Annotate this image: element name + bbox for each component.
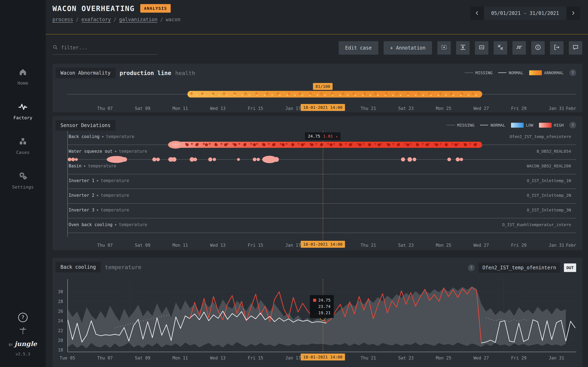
tab-wacon-abnormality[interactable]: Wacon Abnormality	[56, 68, 116, 78]
sidebar-footer: ? BY jungle v2.5.3	[0, 313, 46, 356]
sensor-id: O_IST_Inlettemp_1N	[527, 178, 571, 183]
timeline-track	[67, 174, 576, 174]
by-label: BY	[9, 343, 13, 347]
tab-sensor-deviations[interactable]: Sensor Deviations	[56, 120, 116, 131]
snapshot-button[interactable]	[437, 41, 451, 55]
sensor-row[interactable]: Inverter 2temperatureO_IST_Inlettemp_2N	[52, 193, 582, 207]
axis-tick: Fri 29	[511, 243, 527, 248]
deviations-legend: MISSING NORMAL LOW HIGH ?	[447, 122, 576, 128]
help-icon[interactable]: ?	[570, 69, 576, 76]
export-button[interactable]	[550, 41, 563, 55]
axis-tick: Thu 07	[97, 243, 113, 248]
sensor-track	[67, 200, 576, 208]
cursor-time-badge[interactable]: 18-01-2021 14:00	[301, 104, 345, 111]
timeline-track	[67, 203, 576, 204]
sensor-row[interactable]: Oven back coolingtemperatureO_IST_Kuehlt…	[52, 222, 582, 237]
comments-button[interactable]	[569, 41, 582, 55]
sensor-row-label: Back coolingtemperature	[69, 134, 134, 139]
filter-input[interactable]	[61, 45, 158, 50]
timeline-track	[67, 189, 576, 189]
tab-back-cooling[interactable]: Back cooling	[56, 262, 101, 272]
sidebar-item-factory[interactable]: Factory	[0, 102, 46, 120]
breadcrumb-current: wacon	[166, 17, 181, 22]
info-button[interactable]	[531, 41, 545, 55]
sensor-row-label: Inverter 1temperature	[69, 178, 129, 183]
axis-tick: Wed 13	[210, 243, 226, 248]
axis-tick: Mon 25	[436, 106, 451, 111]
deviation-event	[152, 157, 156, 161]
signal-steps-icon	[516, 44, 522, 52]
sidebar-item-home[interactable]: Home	[0, 67, 46, 86]
deviation-event	[401, 157, 405, 161]
chevron-left-icon	[475, 10, 480, 16]
abnormality-bar[interactable]	[187, 91, 483, 98]
legend-normal: NORMAL	[480, 123, 505, 128]
edit-case-button[interactable]: Edit case	[339, 41, 378, 55]
sidebar-item-cases[interactable]: Cases	[0, 137, 46, 155]
compress-view-button[interactable]	[494, 41, 507, 55]
axis-tick: Fri 15	[248, 106, 263, 111]
detail-axis: Tue 05Thu 07Sat 09Mon 11Wed 13Fri 15Jan …	[67, 353, 576, 362]
missing-swatch	[465, 72, 473, 73]
sensor-row[interactable]: Water squeeze outtemperatureB_DB52_REAL8…	[52, 149, 582, 163]
sensor-id: O_IST_Kuehltemperatur_intern	[502, 222, 571, 227]
sidebar: Home Factory Cases	[0, 0, 46, 367]
breadcrumb-link[interactable]: process	[52, 17, 73, 22]
deviation-event	[156, 158, 160, 161]
sensor-track	[67, 185, 576, 193]
sidebar-item-label: Cases	[16, 150, 30, 155]
deviation-event	[213, 158, 216, 161]
axis-tick: Wed 27	[474, 356, 489, 360]
temperature-chart[interactable]	[68, 279, 576, 352]
home-icon	[18, 67, 27, 78]
sidebar-item-label: Home	[17, 81, 28, 86]
next-period-button[interactable]	[566, 7, 580, 20]
date-range-value[interactable]: 05/01/2021 - 31/01/2021	[484, 10, 566, 16]
sensor-row[interactable]: Back coolingtemperatureOfen2_IST_temp_of…	[52, 134, 582, 149]
high-swatch	[539, 123, 552, 128]
separator-dot	[115, 151, 116, 152]
filter-field	[52, 41, 158, 55]
abnormality-title: production line	[120, 70, 171, 76]
row-height-button[interactable]	[456, 41, 470, 55]
breadcrumb-link[interactable]: galvanization	[119, 17, 158, 22]
deviation-event	[274, 157, 279, 162]
jungle-logo-icon	[18, 326, 27, 336]
axis-tick: Sat 23	[398, 243, 414, 248]
sensor-track	[67, 141, 576, 149]
deviation-event	[447, 158, 451, 161]
timeline-track	[67, 218, 576, 218]
cursor-time-badge[interactable]: 18-01-2021 14:00	[301, 354, 345, 360]
gears-icon	[18, 171, 27, 182]
sensor-row-label: Inverter 3temperature	[69, 207, 129, 213]
out-badge[interactable]: OUT	[564, 263, 576, 272]
axis-tick: Wed 27	[474, 243, 489, 248]
sensor-row[interactable]: Inverter 3temperatureO_IST_Inlettemp_3N	[52, 207, 582, 222]
prev-period-button[interactable]	[470, 7, 484, 20]
legend-missing: MISSING	[465, 70, 493, 75]
sidebar-item-settings[interactable]: Settings	[0, 171, 46, 190]
help-icon[interactable]: ?	[468, 264, 475, 271]
axis-tick: Mon 25	[436, 356, 451, 360]
help-icon[interactable]: ?	[570, 122, 576, 128]
signal-steps-button[interactable]	[512, 41, 526, 55]
cursor-time-badge[interactable]: 18-01-2021 14:00	[301, 241, 345, 248]
axis-tick: Fri 15	[248, 356, 263, 360]
normal-swatch	[480, 125, 488, 125]
sensor-row[interactable]: Inverter 1temperatureO_IST_Inlettemp_1N	[52, 178, 582, 193]
analysis-badge: ANALYSIS	[140, 4, 171, 13]
axis-tick: Febr	[566, 243, 576, 248]
sensor-rows: Back coolingtemperatureOfen2_IST_temp_of…	[52, 134, 582, 237]
collapse-rows-button[interactable]	[475, 41, 488, 55]
sensor-row-label: Water squeeze outtemperature	[69, 149, 147, 154]
help-button[interactable]: ?	[18, 313, 27, 322]
axis-tick: Jan 31	[549, 243, 564, 248]
sensor-id: WACON_DB52_REAL200	[527, 163, 571, 169]
sidebar-item-label: Factory	[13, 115, 33, 120]
sensor-row[interactable]: BasintemperatureWACON_DB52_REAL200	[52, 163, 582, 178]
add-annotation-button[interactable]: + Annotation	[384, 41, 432, 55]
y-axis-tick: 26	[58, 309, 63, 314]
axis-tick: Jan 31	[549, 106, 564, 111]
legend-normal: NORMAL	[498, 70, 523, 75]
breadcrumb-link[interactable]: exafactory	[81, 17, 111, 22]
